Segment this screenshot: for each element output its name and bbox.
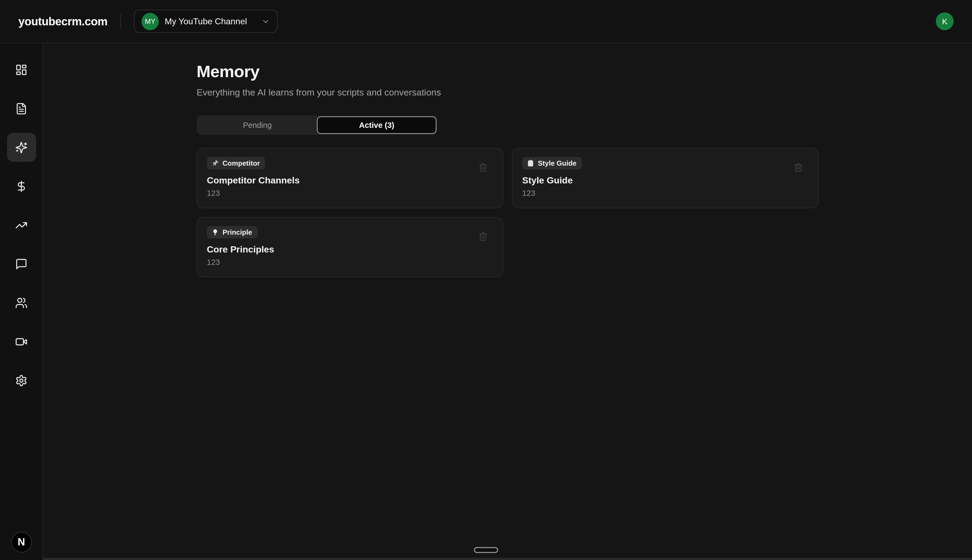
trash-icon [478, 163, 488, 172]
channel-name: My YouTube Channel [165, 17, 247, 26]
sidebar-item-monetization[interactable] [7, 172, 36, 201]
card-body: 123 [207, 189, 493, 197]
sidebar: N [0, 43, 43, 560]
card-badge-label: Principle [223, 228, 252, 236]
video-camera-icon [15, 335, 28, 348]
card-badge-label: Competitor [223, 159, 260, 167]
channel-selector[interactable]: MY My YouTube Channel [134, 10, 278, 33]
trending-up-icon [15, 219, 28, 231]
sidebar-item-settings[interactable] [7, 366, 36, 395]
memory-card-competitor: Competitor Competitor Channels 123 [197, 148, 503, 208]
card-title: Core Principles [207, 244, 493, 255]
memory-cards-grid: Competitor Competitor Channels 123 Style… [197, 148, 819, 277]
sparkles-icon [15, 141, 28, 153]
nextjs-devtools-badge[interactable]: N [11, 532, 32, 552]
card-body: 123 [522, 189, 808, 197]
drag-handle[interactable] [474, 547, 498, 553]
card-badge-label: Style Guide [538, 159, 576, 167]
chevron-down-icon [262, 17, 270, 26]
memory-card-style-guide: Style Guide Style Guide 123 [512, 148, 819, 208]
app-window: youtubecrm.com MY My YouTube Channel K [0, 0, 972, 560]
sidebar-item-videos[interactable] [7, 327, 36, 356]
card-title: Competitor Channels [207, 175, 493, 186]
pushpin-icon [212, 160, 219, 167]
channel-avatar: MY [142, 13, 159, 30]
delete-memory-button[interactable] [794, 163, 803, 172]
content-container: Memory Everything the AI learns from you… [197, 43, 819, 277]
sidebar-item-analytics[interactable] [7, 210, 36, 240]
tab-pending[interactable]: Pending [197, 117, 317, 134]
file-text-icon [15, 102, 28, 115]
trash-icon [478, 232, 488, 241]
dashboard-icon [15, 63, 28, 76]
main-content: Memory Everything the AI learns from you… [43, 43, 972, 560]
card-body: 123 [207, 258, 493, 267]
trash-icon [794, 163, 803, 172]
card-badge: Competitor [207, 157, 265, 169]
sidebar-item-audience[interactable] [7, 288, 36, 317]
card-title: Style Guide [522, 175, 808, 186]
users-icon [15, 297, 28, 309]
sidebar-item-scripts[interactable] [7, 94, 36, 123]
topbar: youtubecrm.com MY My YouTube Channel K [0, 0, 972, 43]
tab-active[interactable]: Active (3) [317, 117, 436, 134]
user-avatar[interactable]: K [936, 12, 954, 30]
delete-memory-button[interactable] [478, 232, 488, 241]
lightbulb-icon [212, 229, 219, 236]
dollar-sign-icon [15, 180, 28, 192]
topbar-divider [120, 14, 121, 29]
window-bottom-edge [0, 558, 972, 560]
memory-tabs: Pending Active (3) [197, 115, 437, 135]
app-logo: youtubecrm.com [18, 15, 107, 28]
clipboard-icon [527, 160, 534, 167]
delete-memory-button[interactable] [478, 163, 488, 172]
settings-gear-icon [15, 374, 28, 387]
card-badge: Principle [207, 226, 258, 238]
sidebar-item-dashboard[interactable] [7, 55, 36, 84]
card-badge: Style Guide [522, 157, 582, 169]
message-square-icon [15, 258, 28, 270]
sidebar-item-memory[interactable] [7, 133, 36, 162]
sidebar-item-chat[interactable] [7, 249, 36, 278]
memory-card-principle: Principle Core Principles 123 [197, 217, 503, 277]
page-title: Memory [197, 62, 819, 82]
page-subtitle: Everything the AI learns from your scrip… [197, 87, 819, 98]
